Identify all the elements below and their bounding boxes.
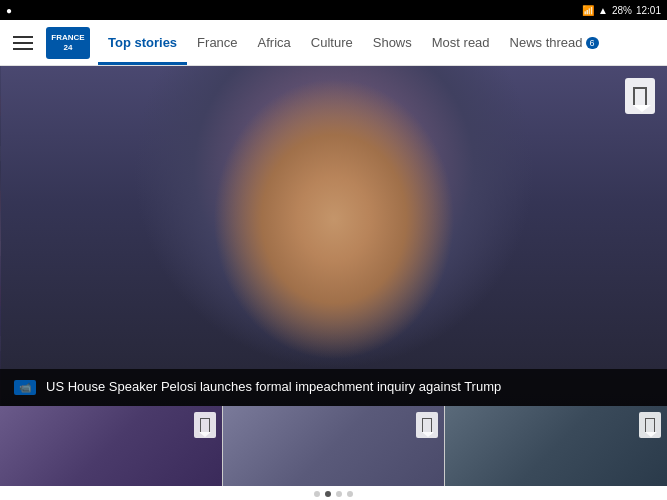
hero-caption-bar: 📹 US House Speaker Pelosi launches forma… <box>0 369 667 406</box>
thumbnail-row <box>0 406 667 486</box>
tab-most-read[interactable]: Most read <box>422 20 500 65</box>
hero-bookmark-button[interactable] <box>625 78 655 114</box>
thumb-bookmark-icon-1 <box>200 418 210 432</box>
sim-icon: 📶 <box>582 5 594 16</box>
hamburger-line <box>13 48 33 50</box>
video-camera-icon: 📹 <box>19 382 31 393</box>
menu-button[interactable] <box>8 28 38 58</box>
thumbnail-item-1[interactable] <box>0 406 222 486</box>
battery-text: 28% <box>612 5 632 16</box>
navigation-tabs: Top stories France Africa Culture Shows … <box>98 20 659 65</box>
thumbnail-item-3[interactable] <box>445 406 667 486</box>
status-icon: ● <box>6 5 12 16</box>
status-bar-left: ● <box>6 5 12 16</box>
status-bar: ● 📶 ▲ 28% 12:01 <box>0 0 667 20</box>
dot-3[interactable] <box>336 491 342 497</box>
status-bar-right: 📶 ▲ 28% 12:01 <box>582 5 661 16</box>
thumbnail-item-2[interactable] <box>223 406 445 486</box>
clock: 12:01 <box>636 5 661 16</box>
app-logo: FRANCE24 <box>46 27 90 59</box>
thumb-bookmark-1[interactable] <box>194 412 216 438</box>
tab-culture[interactable]: Culture <box>301 20 363 65</box>
hamburger-line <box>13 42 33 44</box>
hero-image <box>0 66 667 406</box>
thumb-bookmark-3[interactable] <box>639 412 661 438</box>
wifi-icon: ▲ <box>598 5 608 16</box>
dot-4[interactable] <box>347 491 353 497</box>
tab-france[interactable]: France <box>187 20 247 65</box>
dot-1[interactable] <box>314 491 320 497</box>
app-header: FRANCE24 Top stories France Africa Cultu… <box>0 20 667 66</box>
thumb-bookmark-icon-2 <box>422 418 432 432</box>
thumb-bg-1 <box>0 406 222 486</box>
logo-text: FRANCE24 <box>51 33 84 52</box>
news-thread-badge: 6 <box>586 37 599 49</box>
thumb-bg-3 <box>445 406 667 486</box>
thumb-bookmark-icon-3 <box>645 418 655 432</box>
tab-news-thread[interactable]: News thread 6 <box>500 20 609 65</box>
thumb-bookmark-2[interactable] <box>416 412 438 438</box>
bookmark-icon <box>633 87 647 105</box>
tab-shows[interactable]: Shows <box>363 20 422 65</box>
hero-person <box>0 66 667 406</box>
thumb-bg-2 <box>223 406 445 486</box>
hero-caption-text: US House Speaker Pelosi launches formal … <box>46 379 501 396</box>
video-badge: 📹 <box>14 380 36 395</box>
dot-indicators <box>0 486 667 500</box>
tab-africa[interactable]: Africa <box>248 20 301 65</box>
tab-top-stories[interactable]: Top stories <box>98 20 187 65</box>
dot-2[interactable] <box>325 491 331 497</box>
hamburger-line <box>13 36 33 38</box>
hero-section: 📹 US House Speaker Pelosi launches forma… <box>0 66 667 406</box>
